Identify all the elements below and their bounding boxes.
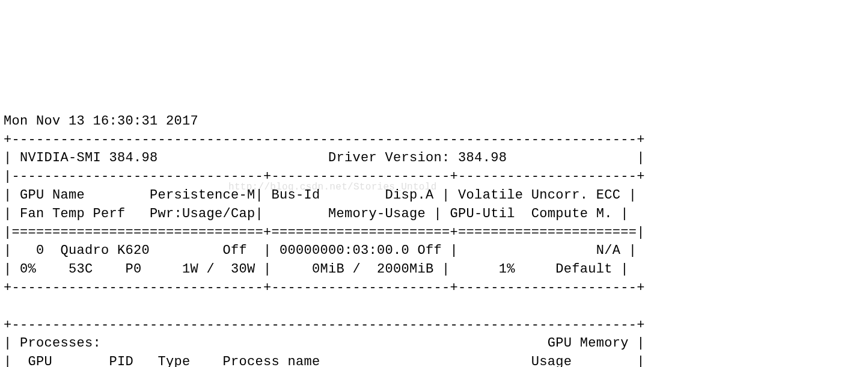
nvidia-smi-output: Mon Nov 13 16:30:31 2017 +--------------… — [4, 113, 864, 367]
